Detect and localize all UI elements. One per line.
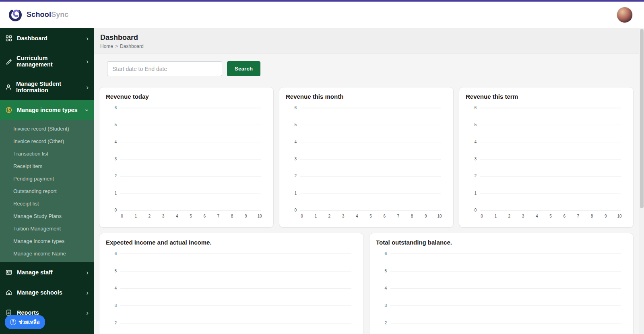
svg-text:6: 6: [383, 214, 386, 218]
chevron-right-icon: ›: [86, 58, 89, 65]
svg-text:4: 4: [474, 140, 477, 144]
svg-text:2: 2: [474, 174, 477, 178]
svg-text:4: 4: [536, 214, 538, 218]
help-button[interactable]: ? ช่วยเหลือ: [5, 315, 45, 329]
sidebar-item-manage-student-information[interactable]: Manage Student Information ›: [0, 74, 94, 100]
sidebar: Dashboard › Curriculum management › Mana…: [0, 28, 94, 334]
sidebar-item-curriculum-management[interactable]: Curriculum management ›: [0, 48, 94, 74]
chevron-right-icon: ›: [86, 35, 89, 42]
sidebar-item-dashboard[interactable]: Dashboard ›: [0, 28, 94, 48]
svg-text:10: 10: [257, 214, 262, 218]
svg-text:8: 8: [591, 214, 593, 218]
revenue-this-month-chart: 0123456012345678910: [286, 103, 447, 222]
sidebar-item-manage-schools[interactable]: Manage schools ›: [0, 282, 94, 303]
submenu-item-receipt-list[interactable]: Receipt list: [0, 197, 94, 210]
svg-text:3: 3: [384, 303, 387, 308]
user-avatar[interactable]: [617, 7, 633, 23]
breadcrumb-separator: >: [115, 44, 118, 49]
svg-text:5: 5: [190, 214, 192, 218]
svg-text:7: 7: [397, 214, 400, 218]
svg-text:5: 5: [549, 214, 552, 218]
revenue-this-term-chart: 0123456012345678910: [466, 103, 627, 222]
submenu-item-invoice-record-student[interactable]: Invoice record (Student): [0, 122, 94, 135]
submenu-item-receipt-item[interactable]: Receipt item: [0, 160, 94, 172]
svg-text:10: 10: [437, 214, 442, 218]
svg-text:4: 4: [176, 214, 178, 218]
svg-text:5: 5: [384, 269, 387, 273]
svg-text:6: 6: [474, 106, 477, 110]
submenu-item-manage-income-name[interactable]: Manage income Name: [0, 247, 94, 260]
svg-text:0: 0: [294, 208, 297, 212]
svg-text:6: 6: [114, 106, 117, 110]
card-title: Total outstanding balance.: [376, 239, 627, 246]
submenu-item-transaction-list[interactable]: Transaction list: [0, 147, 94, 160]
logo-icon: [7, 7, 23, 23]
svg-text:6: 6: [294, 106, 297, 110]
svg-text:2: 2: [114, 174, 117, 178]
sidebar-item-manage-income-types[interactable]: Manage income types ›: [0, 100, 94, 120]
svg-text:2: 2: [328, 214, 331, 218]
app-header: SchoolSync: [0, 2, 644, 28]
top-accent-bar: [0, 0, 644, 2]
revenue-this-term-card: Revenue this term 0123456012345678910: [459, 87, 634, 228]
date-filter-row: Search: [107, 61, 634, 76]
svg-text:6: 6: [203, 214, 206, 218]
total-outstanding-balance-card: Total outstanding balance. 0123456012345…: [369, 233, 634, 334]
chevron-right-icon: ›: [86, 84, 89, 91]
expected-vs-actual-income-card: Expected income and actual income. 01234…: [99, 233, 364, 334]
svg-text:6: 6: [563, 214, 566, 218]
submenu-item-outstanding-report[interactable]: Outstanding report: [0, 185, 94, 197]
chevron-right-icon: ›: [86, 309, 89, 316]
sidebar-item-label: Manage income types: [17, 107, 78, 113]
svg-text:9: 9: [605, 214, 607, 218]
breadcrumb-home[interactable]: Home: [100, 44, 113, 49]
svg-text:1: 1: [114, 191, 117, 195]
svg-text:5: 5: [294, 122, 297, 127]
svg-text:5: 5: [114, 269, 117, 273]
sidebar-item-manage-staff[interactable]: Manage staff ›: [0, 262, 94, 282]
svg-text:7: 7: [217, 214, 220, 218]
expected-vs-actual-income-chart: 0123456012345678910: [106, 249, 357, 334]
sidebar-item-label: Manage Student Information: [16, 81, 82, 93]
svg-text:3: 3: [294, 157, 297, 161]
app-logo[interactable]: SchoolSync: [7, 7, 68, 23]
total-outstanding-balance-chart: 0123456012345678910: [376, 249, 627, 334]
submenu-item-invoice-record-other[interactable]: Invoice record (Other): [0, 135, 94, 147]
revenue-today-card: Revenue today 0123456012345678910: [99, 87, 274, 228]
school-icon: [5, 289, 12, 296]
sidebar-item-label: Manage schools: [17, 289, 62, 296]
svg-text:0: 0: [474, 208, 477, 212]
svg-text:9: 9: [245, 214, 247, 218]
sidebar-item-label: Manage staff: [17, 269, 53, 276]
revenue-today-chart: 0123456012345678910: [106, 103, 267, 222]
income-types-submenu: Invoice record (Student) Invoice record …: [0, 120, 94, 262]
svg-text:2: 2: [384, 321, 387, 325]
svg-text:9: 9: [425, 214, 427, 218]
submenu-item-manage-study-plans[interactable]: Manage Study Plans: [0, 210, 94, 222]
svg-text:2: 2: [149, 214, 151, 218]
svg-text:3: 3: [162, 214, 165, 218]
search-button[interactable]: Search: [227, 61, 260, 76]
dollar-icon: [5, 106, 12, 114]
chevron-right-icon: ›: [86, 289, 89, 296]
submenu-item-manage-income-types[interactable]: Manage income types: [0, 235, 94, 247]
svg-text:0: 0: [121, 214, 123, 218]
main-content: Dashboard Home > Dashboard Search Revenu…: [94, 28, 644, 334]
brand-secondary: Sync: [51, 10, 68, 19]
revenue-this-month-card: Revenue this month 0123456012345678910: [279, 87, 454, 228]
svg-text:4: 4: [294, 140, 297, 144]
question-icon: ?: [10, 319, 16, 325]
help-label: ช่วยเหลือ: [19, 318, 40, 326]
svg-text:6: 6: [384, 251, 387, 256]
page-scrollbar: [639, 28, 644, 334]
submenu-item-tuition-management[interactable]: Tuition Management: [0, 222, 94, 235]
svg-text:4: 4: [114, 140, 117, 144]
svg-text:2: 2: [114, 321, 117, 325]
scrollbar-thumb[interactable]: [640, 29, 644, 208]
submenu-item-pending-payment[interactable]: Pending payment: [0, 172, 94, 185]
svg-text:3: 3: [114, 303, 117, 308]
svg-text:5: 5: [114, 122, 117, 127]
chevron-down-icon: ›: [84, 109, 91, 111]
svg-text:4: 4: [356, 214, 358, 218]
date-range-input[interactable]: [107, 61, 222, 76]
